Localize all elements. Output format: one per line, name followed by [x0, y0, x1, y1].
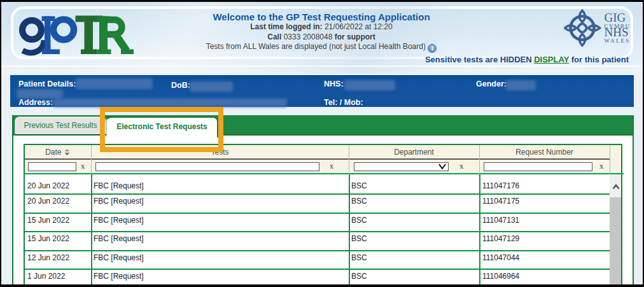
- svg-text:WALES: WALES: [605, 38, 631, 44]
- svg-text:GIG: GIG: [605, 11, 626, 24]
